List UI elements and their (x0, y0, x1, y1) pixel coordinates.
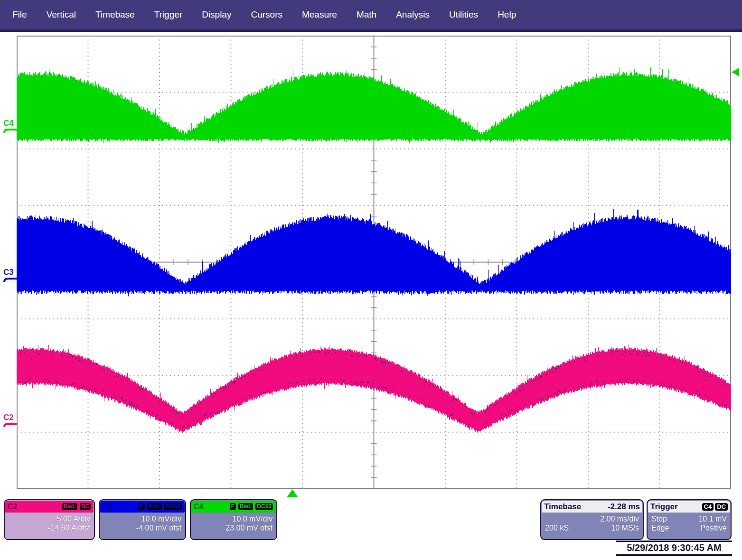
menu-item-vertical[interactable]: Vertical (47, 9, 76, 20)
timebase-header: Timebase -2.28 ms (542, 501, 642, 513)
trigger-level-marker[interactable] (732, 68, 739, 76)
channel-c3-scale: 10.0 mV/div (103, 514, 181, 523)
trace-label-c3[interactable]: C3 (3, 269, 20, 283)
filter-badge: F (138, 503, 145, 511)
trigger-title: Trigger (650, 502, 678, 512)
menu-item-display[interactable]: Display (202, 9, 231, 20)
menu-item-help[interactable]: Help (498, 9, 516, 20)
coupling-badge: DC (79, 503, 91, 511)
channel-c2-scale: 5.00 A/div (9, 514, 90, 523)
timebase-delay: -2.28 ms (608, 502, 640, 512)
timebase-sample-rate: 10 MS/s (611, 523, 639, 532)
trigger-time-marker[interactable] (287, 489, 298, 497)
trigger-header: Trigger C4 DC (648, 501, 730, 513)
channel-c4-header: C4 F BwL DC50 (191, 501, 276, 513)
channel-c4-offset: 23.00 mV ofst (195, 523, 272, 532)
channel-c4-scale: 10.0 mV/div (195, 514, 272, 523)
channel-c3-offset: -4.00 mV ofst (103, 523, 181, 532)
channel-c3-header: C3 F BwL DC50 (100, 501, 185, 513)
menu-item-timebase[interactable]: Timebase (95, 9, 135, 20)
channel-position-marker-c4 (3, 128, 18, 134)
channel-c2-settings: 5.00 A/div -14.60 A ofst (5, 513, 94, 532)
trace-label-c4-text: C4 (3, 120, 14, 127)
channel-descriptor-c4[interactable]: C4 F BwL DC50 10.0 mV/div 23.00 mV ofst (190, 499, 277, 540)
trigger-coupling-badge: DC (715, 503, 728, 511)
menu-item-measure[interactable]: Measure (302, 9, 337, 20)
bandwidth-limit-badge: BwL (147, 503, 162, 511)
oscilloscope-screen: FileVerticalTimebaseTriggerDisplayCursor… (0, 0, 742, 560)
channel-descriptor-c3[interactable]: C3 F BwL DC50 10.0 mV/div -4.00 mV ofst (99, 499, 186, 540)
channel-position-marker-c2 (3, 422, 18, 428)
menu-item-utilities[interactable]: Utilities (449, 9, 478, 20)
trigger-panel[interactable]: Trigger C4 DC Stop10.1 mV EdgePositive (647, 499, 732, 540)
trigger-level: 10.1 mV (698, 514, 727, 523)
channel-c2-offset: -14.60 A ofst (9, 523, 90, 532)
coupling-badge: DC50 (255, 503, 273, 511)
channel-c2-header: C2 BwL DC (5, 501, 94, 513)
channel-c3-settings: 10.0 mV/div -4.00 mV ofst (100, 513, 185, 532)
menu-item-math[interactable]: Math (357, 9, 376, 20)
filter-badge: F (229, 503, 236, 511)
channel-c3-label: C3 (103, 503, 112, 511)
menu-bar: FileVerticalTimebaseTriggerDisplayCursor… (0, 0, 742, 32)
coupling-badge: DC50 (164, 503, 182, 511)
timebase-record-length: 200 kS (545, 523, 569, 532)
menu-item-trigger[interactable]: Trigger (154, 9, 182, 20)
trace-label-c2[interactable]: C2 (3, 414, 20, 428)
channel-c2-label: C2 (8, 503, 17, 511)
channel-c4-settings: 10.0 mV/div 23.00 mV ofst (191, 513, 276, 532)
channel-descriptor-c2[interactable]: C2 BwL DC 5.00 A/div -14.60 A ofst (4, 499, 95, 540)
trace-label-c4[interactable]: C4 (3, 120, 20, 134)
timebase-title: Timebase (544, 502, 581, 512)
timebase-panel[interactable]: Timebase -2.28 ms 2.00 ms/div 200 kS10 M… (540, 499, 644, 540)
trigger-type: Edge (651, 523, 669, 532)
trace-label-c2-text: C2 (3, 414, 14, 421)
bandwidth-limit-badge: BwL (62, 503, 77, 511)
waveform-grid-canvas[interactable] (17, 36, 731, 489)
trigger-settings: Stop10.1 mV EdgePositive (648, 513, 731, 532)
timebase-scale: 2.00 ms/div (600, 514, 639, 523)
bandwidth-limit-badge: BwL (238, 503, 254, 511)
channel-position-marker-c3 (3, 277, 18, 283)
channel-c4-label: C4 (194, 503, 203, 511)
trigger-mode: Stop (651, 514, 667, 523)
datetime-display: 5/29/2018 9:30:45 AM (616, 541, 732, 556)
menu-item-cursors[interactable]: Cursors (251, 9, 282, 20)
trigger-slope: Positive (700, 523, 727, 532)
trigger-source-badge: C4 (702, 503, 714, 511)
menu-item-analysis[interactable]: Analysis (396, 9, 430, 20)
trace-label-c3-text: C3 (3, 269, 14, 276)
timebase-settings: 2.00 ms/div 200 kS10 MS/s (541, 513, 643, 532)
menu-item-file[interactable]: File (12, 9, 27, 20)
